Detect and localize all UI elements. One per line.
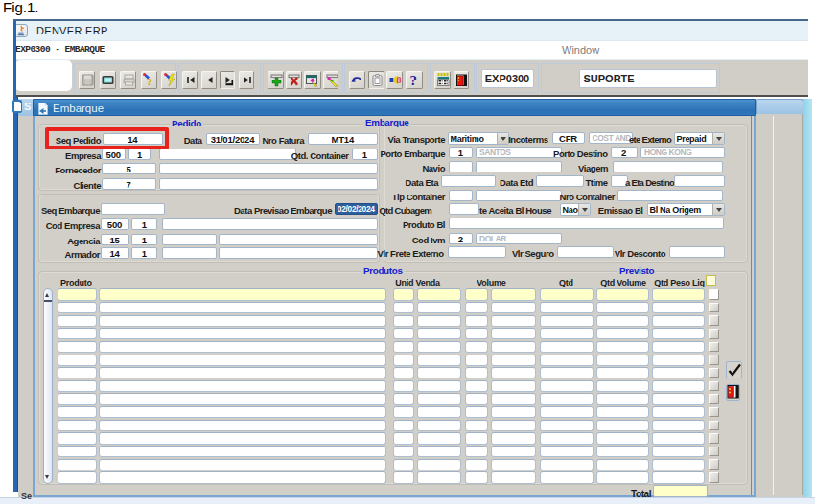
svg-text:?: ? — [147, 76, 152, 87]
svg-text:?: ? — [410, 73, 418, 87]
svg-text:8: 8 — [396, 75, 401, 85]
